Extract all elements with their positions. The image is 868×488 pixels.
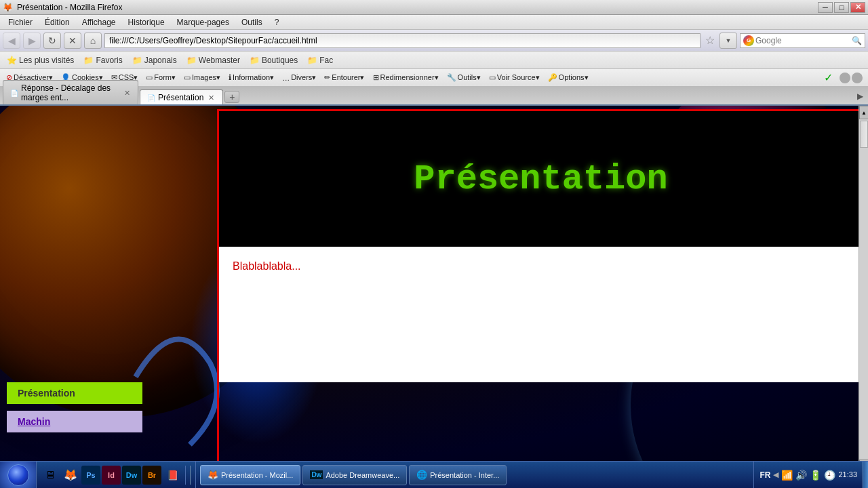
nav-link-presentation[interactable]: Présentation <box>7 382 142 404</box>
start-button[interactable] <box>0 462 37 489</box>
search-input[interactable] <box>755 36 850 45</box>
taskbar-bridge-quick[interactable]: Br <box>142 466 161 485</box>
tray-clock-icon: 🕘 <box>824 470 835 481</box>
search-container: G 🔍 <box>740 33 865 48</box>
firefox-icon: 🦊 <box>3 3 13 12</box>
entourer-icon: ✏ <box>324 73 330 82</box>
titlebar-controls: ─ □ ✕ <box>818 2 865 13</box>
taskbar-tray: FR ◀ 📶 🔊 🔋 🕘 21:33 <box>753 462 863 489</box>
nav-sidebar: Présentation Machin <box>0 106 210 473</box>
taskbar-dreamweaver-quick[interactable]: Dw <box>122 466 141 485</box>
taskbar-task-dreamweaver[interactable]: Dw Adobe Dreamweave... <box>302 465 407 485</box>
google-icon: G <box>743 35 754 46</box>
tab-reponse-label: Réponse - Décalage des marges ent... <box>21 83 121 102</box>
bookmark-favoris[interactable]: 📁 Favoris <box>79 54 126 66</box>
menu-edition[interactable]: Édition <box>39 16 75 28</box>
tray-audio-icon[interactable]: 🔊 <box>795 470 807 481</box>
taskbar-quicklaunch: 🖥 🦊 Ps Id Dw Br 📕 <box>37 462 196 489</box>
page-content-title: Présentation <box>414 159 667 199</box>
tab-reponse[interactable]: 📄 Réponse - Décalage des marges ent... ✕ <box>3 80 138 104</box>
start-orb-icon <box>7 464 29 486</box>
scrollbar[interactable]: ▲ ▼ <box>859 106 868 473</box>
source-icon: ▭ <box>489 73 496 82</box>
stop-button[interactable]: ✕ <box>64 33 81 49</box>
new-tab-button[interactable]: + <box>224 91 239 103</box>
form-icon: ▭ <box>146 73 153 82</box>
tray-separator: ◀ <box>773 470 778 479</box>
bookmark-fac[interactable]: 📁 Fac <box>303 54 337 66</box>
tab-scroll-right[interactable]: ▶ <box>854 89 865 103</box>
home-button[interactable]: ⌂ <box>84 33 102 49</box>
devtool-outils[interactable]: 🔧 Outils▾ <box>443 72 484 83</box>
clock[interactable]: 21:33 <box>838 470 857 479</box>
menu-outils[interactable]: Outils <box>236 16 268 28</box>
reload-button[interactable]: ↻ <box>43 33 61 49</box>
devtool-information[interactable]: ℹ Information▾ <box>225 72 277 83</box>
taskbar-task-presentation[interactable]: 🌐 Présentation - Inter... <box>409 465 507 485</box>
titlebar-title: Présentation - Mozilla Firefox <box>17 3 122 12</box>
show-desktop-button[interactable] <box>863 462 868 489</box>
address-input[interactable] <box>104 33 701 48</box>
taskbar-id-quick[interactable]: Id <box>102 466 121 485</box>
options-icon: 🔑 <box>548 73 557 82</box>
mostvisited-icon: ⭐ <box>7 56 17 65</box>
devtool-gray-btn-1[interactable] <box>840 73 850 83</box>
folder-icon-2: 📁 <box>132 56 142 65</box>
devtool-gray-btn-2[interactable] <box>852 73 863 83</box>
tab-reponse-close[interactable]: ✕ <box>124 88 131 98</box>
outils-icon: 🔧 <box>447 73 456 82</box>
back-button[interactable]: ◀ <box>3 33 20 49</box>
devtool-images[interactable]: ▭ Images▾ <box>180 72 224 83</box>
devtool-entourer[interactable]: ✏ Entourer▾ <box>321 72 368 83</box>
forward-button[interactable]: ▶ <box>23 33 41 49</box>
menu-affichage[interactable]: Affichage <box>77 16 121 28</box>
titlebar-left: 🦊 Présentation - Mozilla Firefox <box>3 3 122 12</box>
nav-link-machin[interactable]: Machin <box>7 411 142 432</box>
maximize-button[interactable]: □ <box>834 2 849 13</box>
minimize-button[interactable]: ─ <box>818 2 833 13</box>
taskbar-task-firefox[interactable]: 🦊 Présentation - Mozil... <box>200 465 300 485</box>
taskbar-items: 🦊 Présentation - Mozil... Dw Adobe Dream… <box>196 465 753 485</box>
search-icon[interactable]: 🔍 <box>852 36 862 45</box>
taskbar-show-desktop[interactable]: 🖥 <box>41 466 60 485</box>
menu-fichier[interactable]: Fichier <box>3 16 38 28</box>
folder-icon-4: 📁 <box>250 56 260 65</box>
browser-content: Présentation Machin Présentation Blablab… <box>0 106 868 473</box>
taskbar-task-firefox-label: Présentation - Mozil... <box>221 471 293 479</box>
devtool-source[interactable]: ▭ Voir Source▾ <box>486 72 543 83</box>
scrollbar-thumb[interactable] <box>860 121 868 148</box>
menu-marquepages[interactable]: Marque-pages <box>172 16 235 28</box>
bookmark-webmaster[interactable]: 📁 Webmaster <box>182 54 244 66</box>
taskbar-firefox-quick[interactable]: 🦊 <box>61 466 80 485</box>
tab-presentation-label: Présentation <box>158 93 203 102</box>
tab-presentation-icon: 📄 <box>147 94 155 102</box>
devtool-resize[interactable]: ⊞ Redimensionner▾ <box>370 72 442 83</box>
menu-help[interactable]: ? <box>269 16 285 28</box>
bookmark-mostvisited[interactable]: ⭐ Les plus visités <box>3 54 78 66</box>
tray-battery-icon[interactable]: 🔋 <box>810 470 821 481</box>
bookmark-japonais[interactable]: 📁 Japonais <box>128 54 181 66</box>
scrollbar-up[interactable]: ▲ <box>859 106 868 119</box>
address-dropdown-button[interactable]: ▼ <box>719 33 737 49</box>
tab-presentation-close[interactable]: ✕ <box>206 93 216 102</box>
resize-icon: ⊞ <box>373 73 379 82</box>
devtool-form[interactable]: ▭ Form▾ <box>142 72 179 83</box>
content-header: Présentation <box>219 111 863 247</box>
bookmark-star-icon[interactable]: ☆ <box>703 34 717 47</box>
taskbar-photoshop-quick[interactable]: Ps <box>81 466 100 485</box>
bookmark-boutiques[interactable]: 📁 Boutiques <box>245 54 302 66</box>
content-body: Blablablabla... <box>219 247 863 382</box>
taskbar: 🖥 🦊 Ps Id Dw Br 📕 🦊 Présentation - Mozil… <box>0 461 868 488</box>
images-icon: ▭ <box>184 73 191 82</box>
devtool-divers[interactable]: … Divers▾ <box>279 72 319 83</box>
taskbar-acrobat-quick[interactable]: 📕 <box>163 466 182 485</box>
tray-network-icon[interactable]: 📶 <box>781 470 793 481</box>
tab-presentation[interactable]: 📄 Présentation ✕ <box>140 89 223 104</box>
menu-historique[interactable]: Historique <box>123 16 170 28</box>
devtool-options[interactable]: 🔑 Options▾ <box>545 72 592 83</box>
content-text: Blablablabla... <box>233 260 849 272</box>
taskbar-separator <box>185 466 186 485</box>
navbar: ◀ ▶ ↻ ✕ ⌂ ☆ ▼ G 🔍 <box>0 30 868 52</box>
main-content-box: Présentation Blablablabla... <box>217 109 865 470</box>
close-button[interactable]: ✕ <box>850 2 865 13</box>
